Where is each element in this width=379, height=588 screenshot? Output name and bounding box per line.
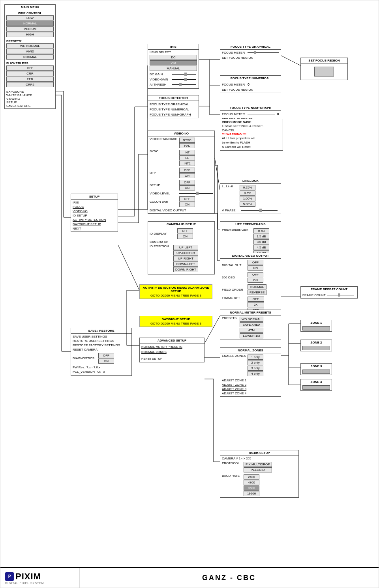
setup-activity-detection[interactable]: ACTIVITY DETECTION [73,218,116,222]
day-night-setup-goto[interactable]: GOTO D2500 MENU TREE PAGE 3 [142,322,210,325]
preset-vivid-btn[interactable]: VIVID [6,49,54,54]
restore-user-settings[interactable]: RESTORE USER SETTINGS [73,339,130,343]
pre-0db-btn[interactable]: 0 dB [253,228,269,233]
zone3-area[interactable] [302,370,330,374]
iris-manual-btn[interactable]: MANUAL [150,66,197,71]
wdr-low-btn[interactable]: LOW [6,15,54,21]
pelco-d-btn[interactable]: PELCO-D [244,467,272,472]
color-bar-off-btn[interactable]: OFF [179,196,195,202]
id-pos-downleft-btn[interactable]: DOWN-LEFT [173,261,198,267]
id-pos-upcenter-btn[interactable]: UP-CENTER [173,250,198,256]
preset-atm-btn[interactable]: ATM [240,328,263,333]
field-order-normal-btn[interactable]: NORMAL [248,284,266,289]
main-menu-exposure[interactable]: EXPOSURE [6,90,54,93]
adjust-zone4-link[interactable]: ADJUST ZONE 4 [222,391,279,396]
baud-4800-btn[interactable]: 4800 [244,480,259,485]
osd-off-btn[interactable]: OFF [248,272,263,277]
pre-15db-btn[interactable]: 1.5 dB [253,234,269,239]
flickerless-off-btn[interactable]: OFF [6,65,54,71]
utp-off-btn[interactable]: OFF [179,168,195,173]
iris-dc-btn[interactable]: DC [150,55,197,60]
int-btn[interactable]: INT [179,150,195,155]
focus-meter-graphical-thumb[interactable] [254,51,256,54]
baud-9600-btn[interactable]: 9600 [244,485,259,491]
color-bar-on-btn[interactable]: ON [179,202,195,207]
frame-rpt-off-btn[interactable]: OFF [248,297,264,302]
adjust-zone2-link[interactable]: ADJUST ZONE 2 [222,383,279,387]
id-pos-upright-btn[interactable]: UP-RIGHT [173,256,198,261]
id-pos-downright-btn[interactable]: DOWN-RIGHT [173,267,198,272]
preset-safearea-btn[interactable]: SAFE AREA [240,322,263,327]
setup-off-btn[interactable]: OFF [179,180,195,185]
utp-on-btn[interactable]: ON [179,173,195,178]
advanced-rs485-setup[interactable]: RS485 SETUP [141,355,203,361]
frame-rpt-2x-btn[interactable]: 2X [248,302,264,307]
diagnostics-off-btn[interactable]: OFF [98,353,114,358]
focus-type-numgraph-link[interactable]: FOCUS TYPE NUM+GRAPH [150,112,197,117]
preset-lower13-btn[interactable]: LOWER 1/3 [240,333,263,338]
ntsc-btn[interactable]: NTSC [179,138,195,143]
v-phase-thumb[interactable] [259,209,262,212]
flickerless-crr-btn[interactable]: CRR [6,71,54,76]
setup-id-setup[interactable]: ID SETUP [73,213,116,218]
setup-next[interactable]: NEXT [73,226,116,231]
frame-count-thumb[interactable] [338,293,340,297]
wdr-medium-btn[interactable]: MEDIUM [6,26,54,32]
preset-normal-btn[interactable]: NORMAL [6,54,54,60]
ai-thresh-thumb[interactable] [179,83,182,86]
video-level-thumb[interactable] [196,192,199,195]
advanced-normal-meter-presets[interactable]: NORMAL METER PRESETS [141,344,203,349]
focus-type-numerical-link[interactable]: FOCUS TYPE NUMERICAL [150,107,197,112]
dc-gain-thumb[interactable] [184,73,187,76]
save-user-settings[interactable]: SAVE USER SETTINGS [73,334,130,339]
set-focus-region-graphical-label[interactable]: SET FOCUS REGION [222,56,279,60]
id-display-off-btn[interactable]: OFF [177,228,193,233]
pix-multidrop-btn[interactable]: PIX MULTIDROP [244,462,272,467]
enable-1only-btn[interactable]: 1 only [248,355,263,360]
osd-on-btn[interactable]: ON [248,278,263,283]
ll-500-btn[interactable]: 5.00% [240,202,255,207]
main-menu-white-balance[interactable]: WHITE BALANCE [6,93,54,97]
wdr-high-btn[interactable]: HIGH [6,32,54,37]
zone1-area[interactable] [302,326,330,330]
id-display-on-btn[interactable]: ON [177,234,193,239]
ll-btn[interactable]: LL [179,155,195,161]
set-focus-region-zone[interactable] [314,67,334,77]
baud-19200-btn[interactable]: 19200 [244,491,259,496]
ll-025-btn[interactable]: 0.25% [240,185,255,190]
digital-video-output-link[interactable]: DIGITAL VIDEO OUTPUT [150,208,213,213]
field-order-reverse-btn[interactable]: REVERSE [248,290,266,295]
setup-iris[interactable]: IRIS [73,200,116,205]
setup-video-io[interactable]: VIDEO I/O [73,209,116,213]
video-mode-save-item2[interactable]: CANCEL. [222,128,281,133]
enable-4only-btn[interactable]: 4 only [248,371,263,376]
video-mode-save-item1[interactable]: > Save SETTINGS & RESET. [222,124,281,128]
flickerless-efr-btn[interactable]: EFR [6,77,54,82]
video-gain-thumb[interactable] [184,78,187,81]
setup-focus[interactable]: FOCUS [73,205,116,209]
ll-100-btn[interactable]: 1.00% [240,196,255,201]
pre-45db-btn[interactable]: 4.5 dB [253,245,269,250]
digital-out-off-btn[interactable]: OFF [248,260,263,265]
setup-day-night[interactable]: DAY/NIGHT SETUP [73,222,116,226]
baud-2400-btn[interactable]: 2400 [244,474,259,480]
advanced-normal-zones[interactable]: NORMAL ZONES [141,349,203,355]
pre-30db-btn[interactable]: 3.0 dB [253,239,269,245]
wdr-normal-btn[interactable]: NORMAL [6,21,54,26]
zone2-area[interactable] [302,346,330,350]
preset-wdnormal-btn[interactable]: WD NORMAL [6,43,54,49]
set-focus-region-numerical-label[interactable]: SET FOCUS REGION [222,88,279,91]
activity-detection-goto[interactable]: GOTO D2500 MENU TREE PAGE 3 [142,294,210,297]
enable-3only-btn[interactable]: 3 only [248,366,263,371]
pal-btn[interactable]: PAL [179,143,195,148]
enable-2only-btn[interactable]: 2 only [248,360,263,365]
focus-type-graphical-link[interactable]: FOCUS TYPE GRAPHICAL [150,102,197,107]
preset-wdnormal2-btn[interactable]: WD NORMAL [240,317,263,322]
reset-camera[interactable]: RESET CAMERA [73,347,130,352]
flickerless-crr2-btn[interactable]: CRR2 [6,82,54,87]
adjust-zone3-link[interactable]: ADJUST ZONE 3 [222,387,279,391]
adjust-zone1-link[interactable]: ADJUST ZONE 1 [222,378,279,383]
main-menu-save-restore[interactable]: SAVE/RESTORE [6,104,54,108]
main-menu-viewing[interactable]: VIEWING [6,97,54,101]
digital-out-on-btn[interactable]: ON [248,265,263,271]
